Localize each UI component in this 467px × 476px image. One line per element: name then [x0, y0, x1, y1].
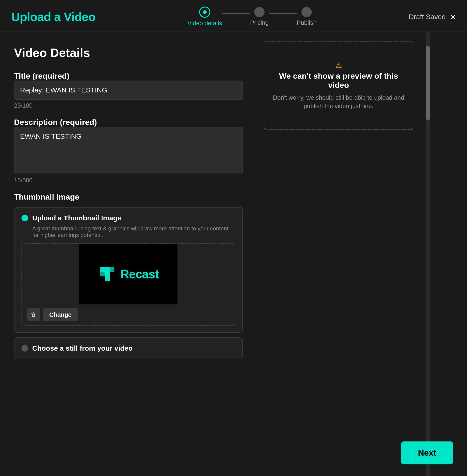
right-panel: ⚠ We can't show a preview of this video …: [257, 32, 430, 476]
upload-thumbnail-option[interactable]: Upload a Thumbnail Image A great thumbna…: [14, 207, 243, 333]
step-label-2: Pricing: [250, 19, 269, 26]
recast-text-logo: Recast: [120, 267, 159, 281]
still-from-video-option[interactable]: Choose a still from your video: [14, 337, 243, 359]
upload-option-header: Upload a Thumbnail Image: [22, 214, 235, 222]
svg-rect-4: [105, 267, 110, 272]
thumbnail-section: Thumbnail Image Upload a Thumbnail Image…: [14, 192, 243, 359]
still-option-header: Choose a still from your video: [22, 344, 235, 352]
draft-saved-label: Draft Saved: [409, 13, 445, 21]
close-button[interactable]: ×: [450, 12, 456, 22]
next-btn-container: Next: [401, 441, 453, 464]
scrollbar-thumb[interactable]: [426, 46, 430, 120]
recast-logo: Recast: [98, 265, 159, 283]
still-radio-dot: [22, 345, 28, 352]
step-pricing[interactable]: Pricing: [250, 7, 269, 26]
warning-icon: ⚠: [335, 61, 342, 70]
recast-icon: [98, 265, 117, 283]
preview-title: We can't show a preview of this video: [271, 71, 406, 90]
video-preview-box: ⚠ We can't show a preview of this video …: [264, 41, 413, 130]
description-char-count: 15/500: [14, 177, 243, 184]
delete-thumbnail-button[interactable]: 🗑: [27, 308, 40, 321]
upload-option-title: Upload a Thumbnail Image: [32, 214, 121, 222]
still-option-title: Choose a still from your video: [32, 344, 133, 352]
step-circle-1: [199, 7, 210, 18]
preview-description: Don't worry, we should still be able to …: [271, 93, 406, 110]
stepper: Video details Pricing Publish: [187, 7, 317, 27]
main-container: Video Details Title (required) 23/100 De…: [0, 32, 467, 476]
change-thumbnail-button[interactable]: Change: [43, 308, 78, 321]
thumbnail-upload-area[interactable]: Recast 🗑 Change: [22, 243, 235, 326]
svg-marker-6: [100, 272, 105, 276]
step-connector-1: [222, 13, 250, 14]
title-label: Title (required): [14, 71, 69, 80]
upload-radio-dot: [22, 215, 28, 221]
left-panel: Video Details Title (required) 23/100 De…: [0, 32, 257, 476]
thumbnail-actions: 🗑 Change: [22, 304, 235, 325]
svg-marker-5: [110, 267, 114, 272]
svg-rect-3: [100, 267, 105, 272]
step-connector-2: [269, 13, 297, 14]
next-button[interactable]: Next: [401, 441, 453, 464]
thumbnail-title: Thumbnail Image: [14, 192, 243, 202]
header-right: Draft Saved ×: [409, 12, 456, 22]
title-char-count: 23/100: [14, 102, 243, 109]
step-label-3: Publish: [297, 19, 317, 26]
scrollbar-track: [426, 32, 430, 476]
thumbnail-preview: Recast: [79, 244, 178, 304]
description-input[interactable]: EWAN IS TESTING: [14, 127, 243, 173]
step-publish[interactable]: Publish: [297, 7, 317, 26]
step-circle-2: [254, 7, 265, 17]
upload-option-desc: A great thumbnail using text & graphics …: [32, 225, 235, 238]
step-video-details[interactable]: Video details: [187, 7, 222, 27]
page-title: Upload a Video: [11, 10, 95, 24]
title-input[interactable]: [14, 80, 243, 100]
svg-marker-1: [105, 276, 110, 281]
description-label: Description (required): [14, 118, 97, 127]
section-title: Video Details: [14, 46, 243, 60]
step-label-1: Video details: [187, 20, 222, 27]
header: Upload a Video Video details Pricing Pub…: [0, 0, 467, 32]
step-circle-3: [301, 7, 312, 17]
